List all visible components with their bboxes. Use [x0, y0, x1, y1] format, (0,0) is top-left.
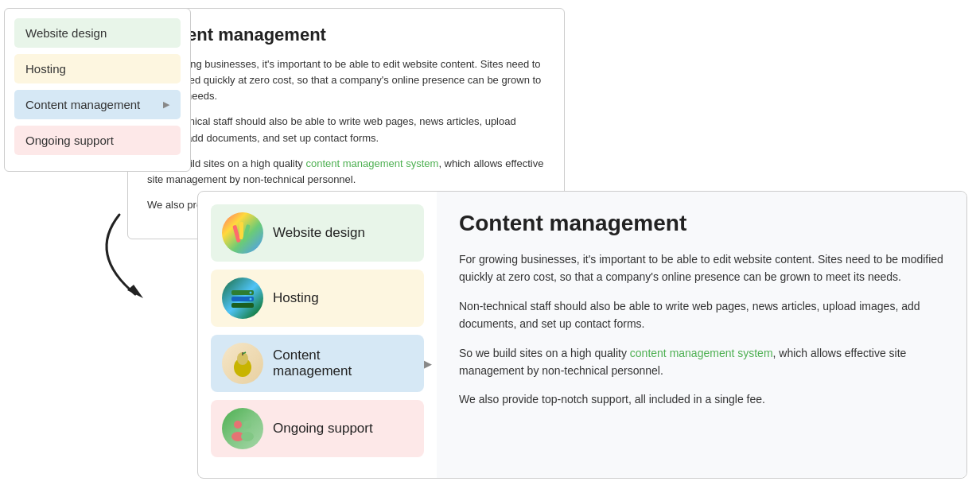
large-tab-content-management[interactable]: Contentmanagement: [211, 335, 424, 392]
arrow-indicator: [72, 207, 231, 302]
large-cms-link[interactable]: content management system: [630, 347, 773, 359]
svg-rect-3: [239, 222, 243, 239]
svg-point-15: [243, 421, 251, 429]
svg-point-8: [250, 292, 252, 294]
svg-point-17: [241, 432, 254, 441]
large-content-para-1: For growing businesses, it's important t…: [459, 250, 944, 286]
pear-icon: [222, 343, 263, 384]
small-tab-ongoing-support[interactable]: Ongoing support: [14, 126, 181, 155]
large-content-para-3: So we build sites on a high quality cont…: [459, 344, 944, 380]
small-tab-content-management[interactable]: Content management: [14, 90, 181, 119]
large-tab-ongoing-support-label: Ongoing support: [273, 421, 373, 437]
svg-rect-7: [231, 303, 254, 308]
large-tab-hosting[interactable]: Hosting: [211, 270, 424, 327]
large-content-title: Content management: [459, 211, 944, 236]
small-cms-link[interactable]: content management system: [305, 157, 438, 169]
small-content-para-3: So we build sites on a high quality cont…: [147, 156, 545, 188]
svg-point-9: [250, 298, 252, 301]
large-sidebar: Website design Hosting: [198, 192, 437, 478]
small-content-title: Content management: [147, 25, 545, 45]
small-content-para-2: Non-technical staff should also be able …: [147, 114, 545, 146]
small-tab-website-design[interactable]: Website design: [14, 18, 181, 48]
small-sidebar-card: Website design Hosting Content managemen…: [4, 8, 191, 172]
large-content-para-2: Non-technical staff should also be able …: [459, 297, 944, 333]
large-tab-website-design[interactable]: Website design: [211, 204, 424, 262]
large-content-para-4: We also provide top-notch support, all i…: [459, 390, 944, 408]
large-tab-content-management-label: Contentmanagement: [273, 347, 352, 379]
svg-marker-0: [127, 285, 143, 298]
large-tab-hosting-label: Hosting: [273, 290, 319, 306]
large-tab-ongoing-support[interactable]: Ongoing support: [211, 400, 424, 457]
small-tab-hosting[interactable]: Hosting: [14, 54, 181, 83]
small-content-para-1: For growing businesses, it's important t…: [147, 56, 545, 104]
large-card: Website design Hosting: [197, 191, 967, 479]
large-tab-website-design-label: Website design: [273, 225, 365, 241]
people-icon: [222, 408, 263, 449]
svg-point-14: [234, 421, 242, 429]
large-content-panel: Content management For growing businesse…: [437, 192, 966, 478]
